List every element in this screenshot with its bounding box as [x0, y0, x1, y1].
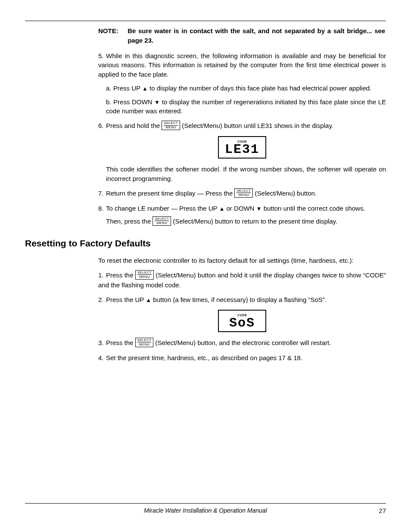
step-num: 1.	[98, 271, 106, 280]
down-arrow-icon: ▼	[256, 205, 262, 212]
step-num: 2.	[98, 295, 106, 305]
lcd-le31: CODE LE31	[218, 136, 266, 159]
reset-content: To reset the electronic controller to it…	[25, 256, 386, 362]
footer-title: Miracle Water Installation & Operation M…	[25, 506, 386, 515]
instruction-list: 5.While in this diagnostic screen, the f…	[98, 51, 386, 227]
up-arrow-icon: ▲	[219, 205, 224, 212]
step-num: 4.	[98, 353, 106, 363]
top-rule	[25, 21, 386, 21]
step-num: 5.	[98, 51, 106, 61]
substep-a: a. Press UP ▲ to display the number of d…	[106, 84, 386, 93]
step-num: 8.	[98, 204, 106, 213]
lcd-display: CODE LE31	[98, 136, 386, 159]
step-8-then: Then, press the SELECTMENU (Select/Menu)…	[98, 217, 386, 227]
step-num: 3.	[98, 338, 106, 348]
up-arrow-icon: ▲	[142, 85, 148, 92]
select-menu-button-icon: SELECTMENU	[153, 216, 171, 226]
step-num: 6.	[98, 121, 106, 131]
step-7: 7.Return the present time display — Pres…	[98, 189, 386, 199]
step-6-note: This code identifies the softener model.…	[98, 165, 386, 184]
reset-step-2: 2.Press the UP ▲ button (a few times, if…	[98, 295, 386, 332]
reset-step-3: 3.Press the SELECTMENU (Select/Menu) but…	[98, 338, 386, 348]
step-num: 7.	[98, 189, 106, 198]
reset-step-4: 4.Set the present time, hardness, etc., …	[98, 353, 386, 363]
select-menu-button-icon: SELECTMENU	[135, 338, 154, 347]
page-number: 27	[379, 506, 386, 516]
select-menu-button-icon: SELECTMENU	[162, 121, 180, 130]
note-label: NOTE:	[98, 26, 126, 36]
step-text: While in this diagnostic screen, the fol…	[98, 52, 386, 78]
down-arrow-icon: ▼	[154, 99, 160, 106]
footer-rule	[25, 503, 386, 504]
page-footer: Miracle Water Installation & Operation M…	[25, 503, 386, 515]
select-menu-button-icon: SELECTMENU	[234, 188, 253, 198]
up-arrow-icon: ▲	[146, 297, 151, 303]
substep-b: b. Press DOWN ▼ to display the number of…	[106, 97, 386, 116]
select-menu-button-icon: SELECTMENU	[135, 270, 154, 280]
footer-row: Miracle Water Installation & Operation M…	[25, 506, 386, 515]
step-8: 8.To change LE number — Press the UP ▲ o…	[98, 204, 386, 227]
section-heading-reset: Resetting to Factory Defaults	[25, 237, 386, 250]
reset-intro: To reset the electronic controller to it…	[98, 256, 386, 265]
main-content: NOTE: Be sure water is in contact with t…	[25, 26, 386, 227]
lcd-display: CODE SoS	[98, 310, 386, 332]
reset-list: 1.Press the SELECTMENU (Select/Menu) but…	[98, 271, 386, 363]
note-block: NOTE: Be sure water is in contact with t…	[98, 26, 386, 45]
step-6: 6.Press and hold the SELECTMENU (Select/…	[98, 121, 386, 184]
note-text: Be sure water is in contact with the sal…	[128, 26, 385, 45]
reset-step-1: 1.Press the SELECTMENU (Select/Menu) but…	[98, 271, 386, 290]
substeps: a. Press UP ▲ to display the number of d…	[98, 84, 386, 116]
step-5: 5.While in this diagnostic screen, the f…	[98, 51, 386, 116]
lcd-sos: CODE SoS	[218, 310, 266, 332]
